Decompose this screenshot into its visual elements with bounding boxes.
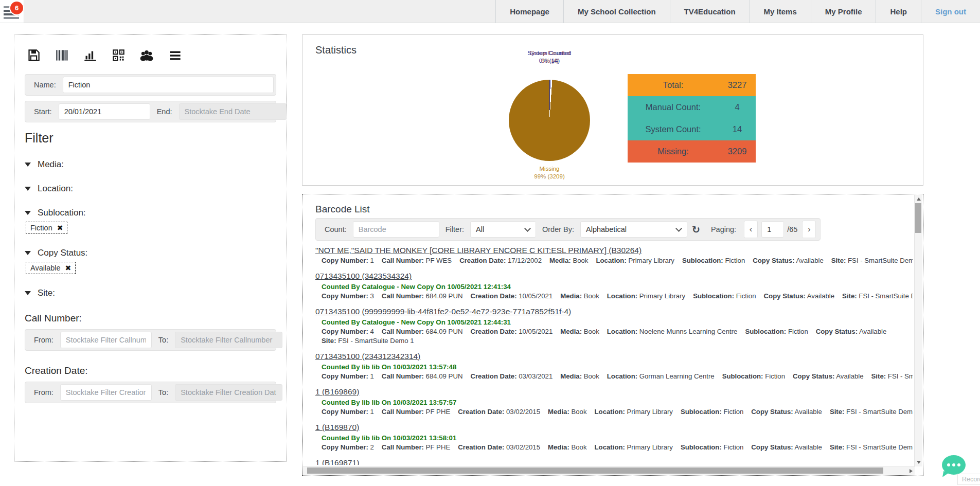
filter-group-label: Site: [38, 288, 55, 298]
chart-icon[interactable] [82, 47, 98, 63]
scroll-down-icon[interactable] [917, 461, 921, 464]
pie-label-missing: Missing 99% (3209) [493, 165, 606, 181]
detail-pair: Call Number: PF PHE [382, 443, 450, 451]
creation-to-input[interactable] [175, 384, 282, 401]
detail-pair: Location: Primary Library [595, 443, 673, 451]
nav-item-my-profile[interactable]: My Profile [811, 0, 876, 23]
stat-label: System Count: [628, 124, 719, 134]
filter-group-label: Location: [38, 184, 73, 194]
detail-pair: Copy Status: Available [751, 408, 822, 416]
remove-tag-icon[interactable]: ✖ [57, 224, 63, 232]
statistics-table: Total:3227Manual Count:4System Count:14M… [628, 74, 756, 163]
filter-tag-available[interactable]: Available✖ [26, 262, 76, 274]
barcode-items-list: "NOT ME,"SAID THE MONKEY [CORE LIBRARY E… [315, 245, 913, 465]
creation-from-input[interactable] [60, 384, 152, 401]
detail-pair: Sublocation: Fiction [693, 292, 756, 300]
filter-label: Filter: [439, 225, 470, 233]
callnumber-from-input[interactable] [60, 332, 152, 348]
nav-item-my-school-collection[interactable]: My School Collection [563, 0, 670, 23]
barcode-list-panel: Barcode List Count: Filter: All Order By… [302, 194, 923, 476]
filter-group-label: Media: [38, 159, 64, 170]
filter-tags: Available✖ [26, 262, 276, 274]
detail-pair: Media: Book [560, 292, 599, 300]
stat-value: 14 [719, 124, 756, 134]
name-input[interactable] [63, 77, 274, 93]
scroll-up-icon[interactable] [917, 197, 921, 201]
name-field-group: Name: [25, 74, 276, 96]
barcode-item: 1 (B169869)Counted By lib lib On 10/03/2… [315, 387, 913, 416]
stat-row-manual-count: Manual Count:4 [628, 96, 756, 118]
nav-item-tv4education[interactable]: TV4Education [670, 0, 750, 23]
detail-pair: Media: Book [560, 372, 599, 380]
barcode-count-input[interactable] [353, 221, 439, 238]
filter-group-toggle-site[interactable]: Site: [25, 288, 276, 298]
statistics-title: Statistics [315, 44, 357, 56]
previous-page-button[interactable]: ‹ [744, 221, 758, 238]
detail-pair: Sublocation: Fiction [681, 408, 743, 416]
barcode-item-link[interactable]: 0713435100 (234312342314) [315, 352, 913, 361]
barcode-item-link[interactable]: 0713435100 (999999999-lib-44f81fe2-0e52-… [315, 307, 913, 316]
vertical-scrollbar-thumb[interactable] [915, 203, 921, 233]
from-label: From: [27, 384, 60, 401]
stat-value: 3209 [719, 147, 756, 156]
detail-pair: Copy Number: 3 [322, 292, 374, 300]
detail-pair: Copy Status: Available [764, 292, 835, 300]
horizontal-scrollbar-thumb[interactable] [307, 467, 883, 474]
vertical-scrollbar[interactable] [914, 195, 922, 466]
detail-pair: Site: FSI - SmartSuite Demo 1 [871, 372, 913, 380]
nav-item-help[interactable]: Help [876, 0, 921, 23]
counted-status: Counted By Catalogue - New Copy On 10/05… [322, 283, 913, 291]
page-number-input[interactable] [761, 221, 784, 238]
stat-label: Total: [628, 80, 719, 90]
page-total: /65 [787, 225, 797, 233]
end-date-input[interactable] [179, 103, 287, 120]
horizontal-scrollbar[interactable] [303, 466, 915, 475]
detail-pair: Creation Date: 17/12/2002 [459, 257, 542, 264]
barcode-item-link[interactable]: 1 (B169871) [315, 458, 913, 465]
scroll-right-icon[interactable] [910, 469, 913, 473]
save-icon[interactable] [26, 47, 41, 63]
filter-tag-fiction[interactable]: Fiction✖ [26, 222, 67, 234]
collapse-arrow-icon [25, 291, 31, 295]
barcode-icon[interactable] [54, 47, 69, 63]
refresh-icon[interactable]: ↻ [687, 224, 705, 235]
menu-toggle[interactable]: 6 [0, 0, 24, 23]
filter-group-toggle-copy-status[interactable]: Copy Status: [25, 248, 276, 258]
paging-label: Paging: [705, 225, 742, 233]
detail-pair: Creation Date: 03/02/2015 [458, 443, 540, 451]
filter-group-toggle-media[interactable]: Media: [25, 159, 276, 170]
menu-icon[interactable] [167, 47, 183, 63]
barcode-item: 0713435100 (3423534324)Counted By Catalo… [315, 272, 913, 300]
barcode-item-link[interactable]: 1 (B169869) [315, 387, 913, 397]
nav-item-sign-out[interactable]: Sign out [921, 0, 980, 23]
start-date-input[interactable] [59, 103, 150, 120]
qr-code-icon[interactable] [111, 47, 126, 63]
filter-tag-label: Fiction [30, 224, 52, 232]
stat-row-system-count: System Count:14 [628, 118, 756, 140]
chat-bubble-icon[interactable] [942, 455, 966, 475]
stat-label: Missing: [628, 147, 719, 156]
notification-badge[interactable]: 6 [9, 1, 24, 15]
stat-row-missing: Missing:3209 [628, 140, 756, 163]
detail-pair: Call Number: PF WES [382, 257, 452, 264]
creation-date-heading: Creation Date: [25, 365, 276, 376]
filter-group-toggle-location[interactable]: Location: [25, 184, 276, 194]
users-icon[interactable] [139, 47, 154, 63]
nav-item-my-items[interactable]: My Items [750, 0, 811, 23]
statistics-panel: Statistics Group Counted 0% (4) System C… [302, 34, 923, 186]
stat-row-total: Total:3227 [628, 74, 756, 96]
remove-tag-icon[interactable]: ✖ [65, 264, 72, 272]
order-by-select[interactable]: Alphabetical [580, 221, 687, 238]
detail-pair: Copy Status: Available [753, 257, 824, 264]
barcode-item-link[interactable]: 0713435100 (3423534324) [315, 272, 913, 281]
barcode-item-link[interactable]: "NOT ME,"SAID THE MONKEY [CORE LIBRARY E… [315, 246, 913, 255]
callnumber-to-input[interactable] [175, 332, 282, 348]
collapse-arrow-icon [25, 211, 31, 215]
next-page-button[interactable]: › [802, 221, 816, 238]
barcode-item-link[interactable]: 1 (B169870) [315, 423, 913, 432]
to-label: To: [152, 384, 175, 401]
filter-tags: Fiction✖ [26, 222, 276, 234]
nav-item-homepage[interactable]: Homepage [495, 0, 563, 23]
filter-select[interactable]: All [470, 221, 536, 238]
filter-group-toggle-sublocation[interactable]: Sublocation: [25, 208, 276, 218]
